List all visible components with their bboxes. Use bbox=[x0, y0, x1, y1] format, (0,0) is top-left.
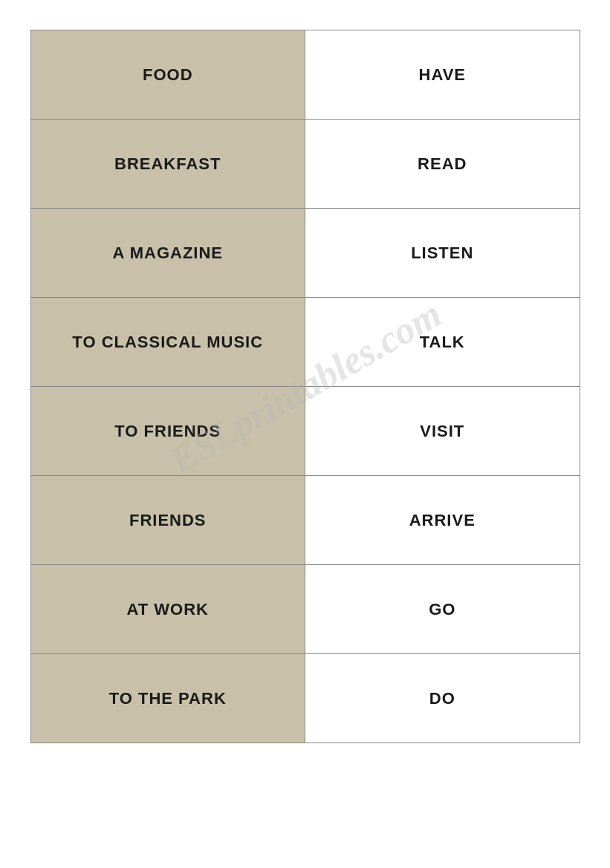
right-cell-1: READ bbox=[305, 120, 580, 209]
right-cell-4: VISIT bbox=[305, 387, 580, 476]
right-cell-0: HAVE bbox=[305, 30, 580, 120]
right-cell-2: LISTEN bbox=[305, 209, 580, 298]
table-row: TO FRIENDSVISIT bbox=[30, 387, 580, 476]
table-row: BREAKFASTREAD bbox=[30, 120, 580, 209]
table-row: FOODHAVE bbox=[30, 30, 580, 120]
left-cell-0: FOOD bbox=[30, 30, 305, 120]
right-cell-3: TALK bbox=[305, 298, 580, 387]
matching-table: FOODHAVEBREAKFASTREADA MAGAZINELISTENTO … bbox=[30, 30, 580, 743]
left-cell-3: TO CLASSICAL MUSIC bbox=[30, 298, 305, 387]
right-cell-7: DO bbox=[305, 654, 580, 743]
right-cell-6: GO bbox=[305, 565, 580, 654]
table-row: TO CLASSICAL MUSICTALK bbox=[30, 298, 580, 387]
table-row: AT WORKGO bbox=[30, 565, 580, 654]
table-wrapper: ESLprintables.com FOODHAVEBREAKFASTREADA… bbox=[30, 30, 580, 743]
left-cell-7: TO THE PARK bbox=[30, 654, 305, 743]
left-cell-4: TO FRIENDS bbox=[30, 387, 305, 476]
left-cell-1: BREAKFAST bbox=[30, 120, 305, 209]
left-cell-2: A MAGAZINE bbox=[30, 209, 305, 298]
right-cell-5: ARRIVE bbox=[305, 476, 580, 565]
left-cell-5: FRIENDS bbox=[30, 476, 305, 565]
table-row: A MAGAZINELISTEN bbox=[30, 209, 580, 298]
table-row: TO THE PARKDO bbox=[30, 654, 580, 743]
left-cell-6: AT WORK bbox=[30, 565, 305, 654]
table-row: FRIENDSARRIVE bbox=[30, 476, 580, 565]
